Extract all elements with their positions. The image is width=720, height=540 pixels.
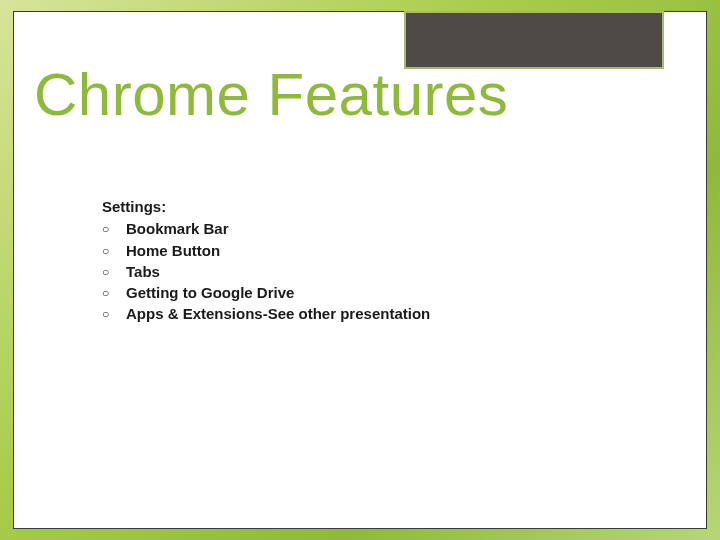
bullet-list: Bookmark Bar Home Button Tabs Getting to…: [102, 219, 430, 324]
slide-title: Chrome Features: [34, 62, 508, 128]
slide-content: Settings: Bookmark Bar Home Button Tabs …: [102, 197, 430, 326]
list-item: Home Button: [102, 241, 430, 261]
list-item: Getting to Google Drive: [102, 283, 430, 303]
section-label: Settings:: [102, 197, 430, 217]
list-item: Apps & Extensions-See other presentation: [102, 304, 430, 324]
slide-background: Chrome Features Settings: Bookmark Bar H…: [0, 0, 720, 540]
list-item: Bookmark Bar: [102, 219, 430, 239]
slide-card: Chrome Features Settings: Bookmark Bar H…: [13, 11, 707, 529]
list-item: Tabs: [102, 262, 430, 282]
